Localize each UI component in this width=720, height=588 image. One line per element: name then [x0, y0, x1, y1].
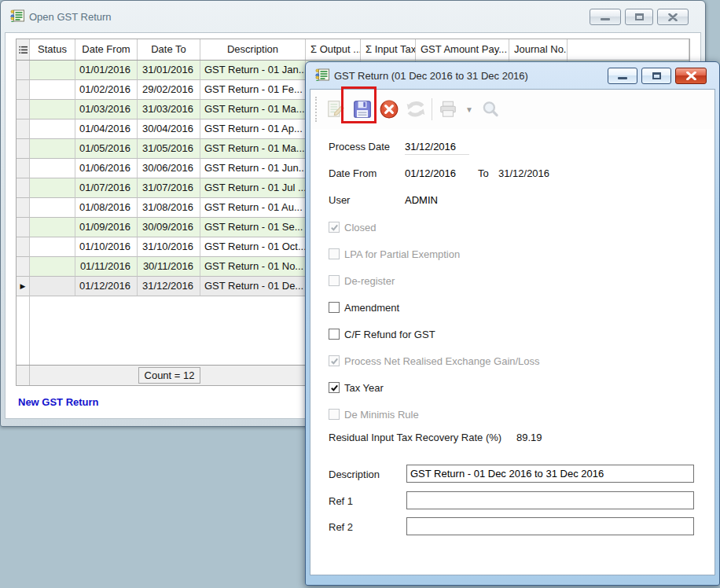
- save-button[interactable]: [351, 97, 373, 121]
- date-to-cell[interactable]: 31/03/2016: [138, 100, 200, 119]
- checkbox-row-de-register: De-register: [329, 273, 540, 288]
- column-header-gst-amount[interactable]: GST Amount Pay...: [416, 39, 509, 60]
- date-from-cell[interactable]: 01/01/2016: [75, 61, 138, 80]
- date-from-cell[interactable]: 01/12/2016: [75, 277, 138, 296]
- row-indicator-cell[interactable]: ▶: [17, 277, 30, 296]
- grid-header: Status Date From Date To Description Σ O…: [17, 39, 689, 61]
- description-cell[interactable]: GST Return - 01 Oct...: [200, 237, 306, 257]
- row-indicator-cell[interactable]: [17, 100, 30, 119]
- edit-button: [325, 97, 347, 121]
- row-indicator-cell[interactable]: [17, 237, 30, 257]
- date-to-cell[interactable]: 30/06/2016: [138, 159, 200, 178]
- date-to-value[interactable]: 31/12/2016: [498, 166, 549, 182]
- status-cell[interactable]: [30, 198, 75, 218]
- description-cell[interactable]: GST Return - 01 Fe...: [200, 80, 306, 100]
- checkbox-label: Process Net Realised Exchange Gain/Loss: [344, 355, 540, 367]
- date-to-cell[interactable]: 31/05/2016: [138, 139, 200, 159]
- description-cell[interactable]: GST Return - 01 De...: [200, 277, 306, 296]
- description-cell[interactable]: GST Return - 01 Jan...: [200, 61, 306, 80]
- cancel-button[interactable]: [378, 97, 400, 121]
- row-indicator-cell[interactable]: [17, 61, 30, 80]
- row-indicator-cell[interactable]: [17, 119, 30, 139]
- date-from-cell[interactable]: 01/09/2016: [75, 218, 138, 237]
- date-to-cell[interactable]: 30/11/2016: [138, 257, 200, 277]
- toolbar: ▼: [310, 90, 714, 129]
- minimize-button[interactable]: [608, 68, 637, 84]
- date-to-cell[interactable]: 31/12/2016: [138, 277, 200, 296]
- column-header-output-tax[interactable]: Σ Output ...: [306, 39, 361, 60]
- status-cell[interactable]: [30, 80, 75, 100]
- toolbar-grip[interactable]: [315, 97, 318, 122]
- column-header-input-tax[interactable]: Σ Input Tax: [361, 39, 416, 60]
- checkbox-group: Closed LPA for Partial Exemption De-regi…: [329, 219, 540, 433]
- description-cell[interactable]: GST Return - 01 No...: [200, 257, 306, 277]
- status-cell[interactable]: [30, 119, 75, 139]
- date-to-cell[interactable]: 31/01/2016: [138, 61, 200, 80]
- ref1-label: Ref 1: [329, 494, 353, 509]
- status-cell[interactable]: [30, 139, 75, 159]
- status-cell[interactable]: [30, 178, 75, 198]
- date-from-cell[interactable]: 01/03/2016: [75, 100, 138, 119]
- date-from-cell[interactable]: 01/05/2016: [75, 139, 138, 159]
- user-label: User: [329, 193, 350, 208]
- date-from-cell[interactable]: 01/11/2016: [75, 257, 138, 277]
- maximize-button[interactable]: [625, 9, 653, 25]
- description-cell[interactable]: GST Return - 01 Jun...: [200, 159, 306, 178]
- status-cell[interactable]: [30, 61, 75, 80]
- description-cell[interactable]: GST Return - 01 Se...: [200, 218, 306, 237]
- column-header-journal-no[interactable]: Journal No.: [509, 39, 568, 60]
- column-header-date-from[interactable]: Date From: [75, 39, 138, 60]
- date-from-cell[interactable]: 01/10/2016: [75, 237, 138, 257]
- description-cell[interactable]: GST Return - 01 Ma...: [200, 139, 306, 159]
- open-gst-return-titlebar[interactable]: Open GST Return: [1, 1, 705, 32]
- ref2-input[interactable]: [406, 517, 694, 535]
- row-indicator-cell[interactable]: [17, 218, 30, 237]
- status-cell[interactable]: [30, 237, 75, 257]
- status-cell[interactable]: [30, 277, 75, 296]
- row-indicator-header[interactable]: [17, 39, 30, 60]
- ref1-input[interactable]: [406, 491, 694, 509]
- maximize-button[interactable]: [641, 68, 671, 84]
- date-from-cell[interactable]: 01/08/2016: [75, 198, 138, 218]
- description-cell[interactable]: GST Return - 01 Ma...: [200, 100, 306, 119]
- row-indicator-cell[interactable]: [17, 198, 30, 218]
- row-indicator-cell[interactable]: [17, 139, 30, 159]
- date-to-cell[interactable]: 30/04/2016: [138, 119, 200, 139]
- process-date-value[interactable]: 31/12/2016: [405, 139, 469, 155]
- minimize-button[interactable]: [590, 9, 621, 25]
- column-header-status[interactable]: Status: [30, 39, 75, 60]
- date-from-cell[interactable]: 01/04/2016: [75, 119, 138, 139]
- date-to-cell[interactable]: 29/02/2016: [138, 80, 200, 100]
- column-header-description[interactable]: Description: [200, 39, 306, 60]
- description-cell[interactable]: GST Return - 01 Au...: [200, 198, 306, 218]
- date-from-cell[interactable]: 01/02/2016: [75, 80, 138, 100]
- description-cell[interactable]: GST Return - 01 Jul ...: [200, 178, 306, 198]
- date-to-cell[interactable]: 31/08/2016: [138, 198, 200, 218]
- refresh-button: [405, 97, 427, 121]
- date-to-cell[interactable]: 30/09/2016: [138, 218, 200, 237]
- date-from-cell[interactable]: 01/07/2016: [75, 178, 138, 198]
- row-count-badge: Count = 12: [138, 367, 200, 384]
- row-indicator-cell[interactable]: [17, 178, 30, 198]
- checkbox-amendment[interactable]: [329, 302, 340, 313]
- checkbox-tax-year[interactable]: [329, 382, 340, 393]
- row-indicator-cell[interactable]: [17, 80, 30, 100]
- status-cell[interactable]: [30, 100, 75, 119]
- description-input[interactable]: [406, 465, 694, 483]
- date-from-value[interactable]: 01/12/2016: [405, 166, 456, 182]
- row-indicator-cell[interactable]: [17, 159, 30, 178]
- description-cell[interactable]: GST Return - 01 Ap...: [200, 119, 306, 139]
- new-gst-return-link[interactable]: New GST Return: [18, 396, 99, 408]
- column-header-date-to[interactable]: Date To: [138, 39, 200, 60]
- checkbox-c-f-refund-for-gst[interactable]: [329, 329, 340, 340]
- status-cell[interactable]: [30, 218, 75, 237]
- status-cell[interactable]: [30, 257, 75, 277]
- date-to-cell[interactable]: 31/10/2016: [138, 237, 200, 257]
- date-to-cell[interactable]: 31/07/2016: [138, 178, 200, 198]
- close-button[interactable]: [675, 68, 707, 84]
- close-button[interactable]: [657, 9, 689, 25]
- gst-return-titlebar[interactable]: GST Return (01 Dec 2016 to 31 Dec 2016): [306, 62, 719, 89]
- status-cell[interactable]: [30, 159, 75, 178]
- date-from-cell[interactable]: 01/06/2016: [75, 159, 138, 178]
- row-indicator-cell[interactable]: [17, 257, 30, 277]
